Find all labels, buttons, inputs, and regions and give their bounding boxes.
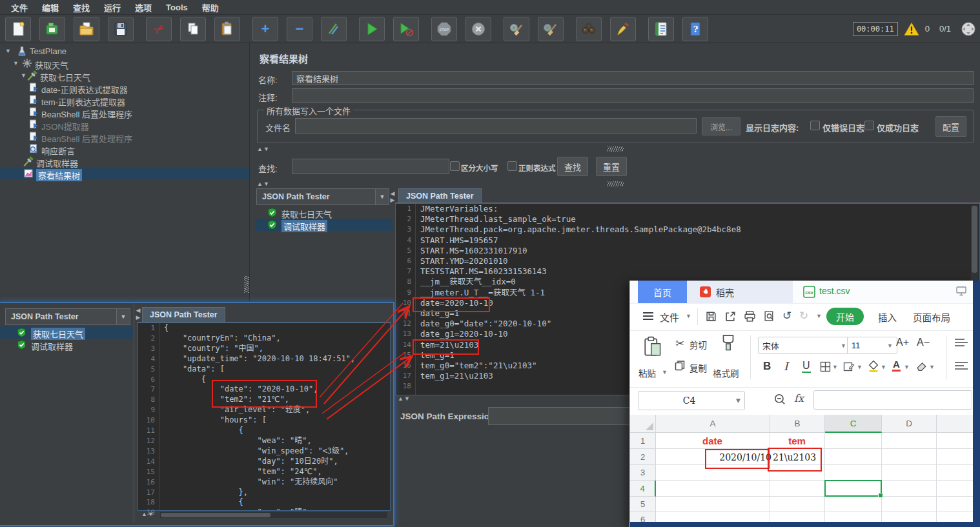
tree-item[interactable]: BeanShell 后置处理程序 <box>0 106 249 119</box>
tree-item[interactable]: BeanShell 后置处理程序 <box>0 131 249 143</box>
warning-icon[interactable] <box>904 22 919 36</box>
sheet-cell[interactable] <box>937 449 974 465</box>
row-header[interactable]: 2 <box>630 449 656 465</box>
menu-item[interactable]: 帮助 <box>195 1 226 14</box>
format-painter-icon[interactable] <box>719 334 737 357</box>
renderer-select[interactable]: JSON Path Tester ▼ <box>5 308 130 325</box>
font-size-select[interactable]: 11 ▼ <box>847 337 897 354</box>
menu-item[interactable]: 运行 <box>97 1 128 14</box>
row-header[interactable]: 5 <box>630 497 656 512</box>
eraser-button[interactable] <box>915 360 928 374</box>
cell-style-button[interactable] <box>843 361 855 375</box>
tree-expander-icon[interactable]: ▼ <box>21 72 26 79</box>
sheet-cell[interactable] <box>882 465 937 481</box>
sheet-cell[interactable] <box>937 433 974 449</box>
name-input[interactable]: 察看结果树 <box>292 71 974 85</box>
sheet-cell[interactable] <box>825 433 882 449</box>
column-header[interactable] <box>937 415 974 433</box>
reset-button[interactable]: 重置 <box>596 157 627 176</box>
json-response-view[interactable]: 12345678910111213141516171819 { "country… <box>138 323 391 511</box>
formula-input[interactable] <box>813 390 972 410</box>
configure-button[interactable]: 配置 <box>935 116 966 137</box>
remote-start-icon[interactable] <box>961 21 976 37</box>
copy-button[interactable] <box>180 17 206 41</box>
column-header[interactable]: B <box>770 415 825 433</box>
tree-item[interactable]: 察看结果树 <box>0 168 249 180</box>
new-file-button[interactable] <box>5 17 31 41</box>
row-header[interactable]: 1 <box>630 433 656 449</box>
add-button[interactable]: + <box>252 17 278 41</box>
sheet-cell[interactable] <box>937 481 974 497</box>
tab-json-path-tester[interactable]: JSON Path Tester <box>398 188 482 204</box>
export-icon[interactable] <box>724 310 737 325</box>
menu-item[interactable]: 查找 <box>66 1 97 14</box>
sheet-cell[interactable] <box>770 481 825 497</box>
align-left-icon[interactable] <box>954 361 968 373</box>
tree-resize-grip[interactable] <box>244 276 249 293</box>
sheet-cell[interactable] <box>882 497 937 512</box>
splitter-grip[interactable] <box>607 146 624 152</box>
start-no-timers-button[interactable] <box>393 17 419 41</box>
tree-expander-icon[interactable]: ▼ <box>13 60 19 66</box>
menu-item[interactable]: Tools <box>159 2 195 13</box>
tab-home[interactable]: 首页 <box>638 281 687 303</box>
sheet-cell[interactable] <box>937 465 974 481</box>
font-color-button[interactable]: A <box>892 359 901 372</box>
name-box[interactable]: C4 ▼ <box>638 391 745 410</box>
redo-icon[interactable]: ↻ <box>799 309 808 323</box>
help-button[interactable]: ? <box>682 17 708 41</box>
sheet-cell[interactable] <box>882 433 937 449</box>
browse-button[interactable]: 浏览... <box>702 117 740 135</box>
grow-font-button[interactable]: A+ <box>896 337 909 348</box>
clear-all-button[interactable] <box>538 17 564 41</box>
copy-icon[interactable] <box>674 360 686 374</box>
shutdown-button[interactable] <box>465 17 491 41</box>
tree-item[interactable]: 响应断言 <box>0 143 249 155</box>
menu-item[interactable]: 选项 <box>128 1 159 14</box>
sheet-cell[interactable] <box>825 497 882 512</box>
font-family-select[interactable]: 宋体 ▼ <box>758 337 851 354</box>
filename-input[interactable] <box>295 118 697 134</box>
sheet-cell[interactable] <box>882 449 937 465</box>
open-file-button[interactable] <box>74 17 99 41</box>
splitter-collapse-arrows[interactable]: ▲▼ <box>257 181 270 187</box>
scrollbar-horizontal[interactable] <box>160 512 387 518</box>
cut-icon[interactable]: ✂ <box>675 337 684 350</box>
tree-item[interactable]: ▼获取七日天气 <box>0 70 249 82</box>
row-header[interactable]: 4 <box>630 481 656 497</box>
undo-icon[interactable]: ↺ <box>782 309 791 323</box>
sheet-cell[interactable] <box>937 497 974 512</box>
cut-button[interactable]: ✂ <box>146 17 172 41</box>
fill-handle[interactable] <box>878 493 883 498</box>
splitter-collapse-arrows[interactable]: ◀▶ <box>389 190 396 203</box>
print-preview-icon[interactable] <box>763 310 775 325</box>
italic-button[interactable]: I <box>784 360 788 373</box>
zoom-out-icon[interactable] <box>773 393 786 408</box>
tree-item[interactable]: ▼获取天气 <box>0 57 249 70</box>
bold-button[interactable]: B <box>763 360 771 373</box>
errors-only-checkbox[interactable] <box>810 121 820 130</box>
renderer-select[interactable]: JSON Path Tester ▼ <box>256 188 389 205</box>
cell-value-A1[interactable]: date <box>656 433 769 449</box>
stop-button[interactable]: STOP <box>431 17 457 41</box>
clear-search-button[interactable] <box>610 17 636 41</box>
save-button[interactable] <box>108 17 134 41</box>
splitter-collapse-arrows[interactable]: ▲▼ <box>257 146 270 152</box>
sample-item[interactable]: 获取七日天气 <box>0 326 134 339</box>
tab-docer[interactable]: 稻壳 <box>687 281 793 303</box>
shrink-font-button[interactable]: A− <box>917 337 930 348</box>
row-header[interactable]: 3 <box>630 465 656 481</box>
monitor-icon[interactable] <box>956 286 966 299</box>
tree-item[interactable]: ▼TestPlane <box>0 45 249 57</box>
cut-label[interactable]: 剪切 <box>689 338 707 351</box>
copy-label[interactable]: 复制 <box>689 361 707 374</box>
cell-value-B1[interactable]: tem <box>770 433 824 449</box>
templates-button[interactable] <box>39 17 65 41</box>
splitter-collapse-arrows[interactable]: ▲▼ <box>141 511 154 517</box>
sheet-cell[interactable] <box>882 481 937 497</box>
search-button[interactable] <box>576 17 602 41</box>
success-only-checkbox[interactable] <box>864 121 874 130</box>
comment-input[interactable] <box>292 88 974 103</box>
print-icon[interactable] <box>744 310 756 325</box>
borders-button[interactable] <box>820 361 831 375</box>
